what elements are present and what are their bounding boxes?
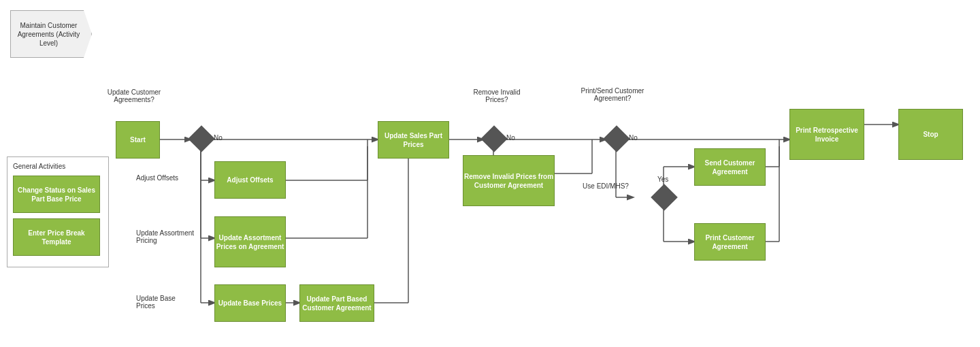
update-base-prices-node[interactable]: Update Base Prices <box>214 284 286 322</box>
decision-update-ca-diamond <box>188 125 215 152</box>
header-shape: Maintain Customer Agreements (Activity L… <box>10 10 92 58</box>
decision-print-send-no: No <box>629 134 638 142</box>
general-activities-title: General Activities <box>13 163 103 170</box>
update-sales-part-prices-node[interactable]: Update Sales Part Prices <box>378 121 449 159</box>
update-sales-part-prices-label: Update Sales Part Prices <box>378 131 448 149</box>
remove-invalid-prices-node[interactable]: Remove Invalid Prices from Customer Agre… <box>463 155 555 206</box>
diagram-container: Maintain Customer Agreements (Activity L… <box>0 0 980 347</box>
stop-label: Stop <box>923 130 938 139</box>
stop-node: Stop <box>898 109 963 160</box>
decision-update-ca-label: Update Customer Agreements? <box>100 88 168 103</box>
update-base-link-label: Update BasePrices <box>136 295 176 310</box>
decision-print-send-diamond <box>603 125 630 152</box>
print-customer-agreement-label: Print Customer Agreement <box>695 233 765 251</box>
decision-edi-label: Use EDI/MHS? <box>582 182 630 190</box>
decision-update-ca-no: No <box>214 134 223 142</box>
update-assortment-label: Update Assortment Prices on Agreement <box>215 233 285 251</box>
decision-remove-label: Remove Invalid Prices? <box>466 88 527 103</box>
update-base-prices-label: Update Base Prices <box>218 299 282 308</box>
send-customer-agreement-label: Send Customer Agreement <box>695 159 765 176</box>
start-node: Start <box>116 121 160 159</box>
update-assortment-link-label: Update AssortmentPricing <box>136 229 194 244</box>
start-label: Start <box>130 135 146 144</box>
adjust-offsets-node[interactable]: Adjust Offsets <box>214 161 286 199</box>
adjust-offsets-label: Adjust Offsets <box>227 176 273 184</box>
decision-remove-diamond <box>480 125 508 152</box>
decision-edi-diamond <box>651 184 678 211</box>
print-customer-agreement-node[interactable]: Print Customer Agreement <box>694 223 766 261</box>
send-customer-agreement-node[interactable]: Send Customer Agreement <box>694 148 766 186</box>
adjust-offsets-link-label: Adjust Offsets <box>136 174 178 182</box>
decision-remove-no: No <box>506 134 515 142</box>
update-part-based-ca-label: Update Part Based Customer Agreement <box>300 295 374 312</box>
ga-change-status[interactable]: Change Status on Sales Part Base Price <box>13 176 100 213</box>
print-retrospective-invoice-label: Print Retrospective Invoice <box>790 126 864 144</box>
decision-edi-yes: Yes <box>657 176 668 183</box>
update-assortment-node[interactable]: Update Assortment Prices on Agreement <box>214 216 286 267</box>
decision-print-send-label: Print/Send Customer Agreement? <box>575 87 650 102</box>
print-retrospective-invoice-node[interactable]: Print Retrospective Invoice <box>789 109 864 160</box>
general-activities-panel: General Activities Change Status on Sale… <box>7 156 109 267</box>
header-title: Maintain Customer Agreements (Activity L… <box>16 21 81 48</box>
ga-enter-break[interactable]: Enter Price Break Template <box>13 218 100 256</box>
update-part-based-ca-node[interactable]: Update Part Based Customer Agreement <box>299 284 374 322</box>
remove-invalid-prices-label: Remove Invalid Prices from Customer Agre… <box>463 172 554 190</box>
